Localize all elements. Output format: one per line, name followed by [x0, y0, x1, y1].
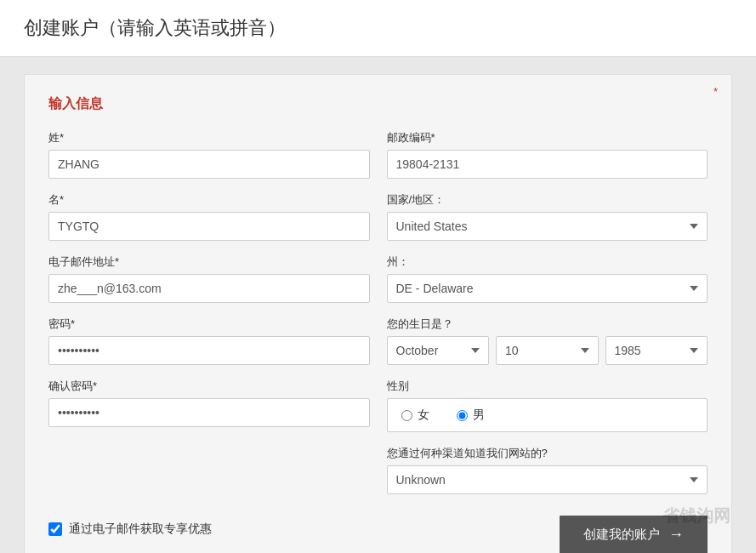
first-name-input[interactable] [48, 212, 370, 241]
referral-label: 您通过何种渠道知道我们网站的? [387, 446, 708, 461]
email-promo-checkbox[interactable] [48, 522, 62, 536]
email-input[interactable] [48, 274, 370, 303]
gender-female-radio[interactable] [401, 410, 412, 421]
referral-group-spacer [48, 446, 370, 494]
last-name-group: 姓* [48, 130, 370, 179]
email-label: 电子邮件地址* [48, 254, 370, 270]
birthday-year-select[interactable]: 1980198119821983 198419851986 [605, 336, 708, 365]
page-title: 创建账户（请输入英语或拼音） [24, 17, 286, 38]
password-input[interactable] [48, 336, 370, 365]
first-name-label: 名* [48, 192, 370, 208]
last-name-label: 姓* [48, 130, 370, 145]
birthday-month-select[interactable]: JanuaryFebruaryMarch AprilMayJune JulyAu… [387, 336, 490, 365]
submit-arrow: → [668, 526, 684, 544]
state-label: 州： [387, 254, 708, 270]
first-name-country-row: 名* 国家/地区： United States Canada China Oth… [48, 192, 708, 241]
page-header: 创建账户（请输入英语或拼音） [0, 0, 756, 57]
confirm-password-label: 确认密码* [48, 379, 370, 394]
bottom-section: 通过电子邮件获取专享优惠 创建我的账户 → [48, 508, 708, 553]
email-group: 电子邮件地址* [48, 254, 370, 303]
birthday-selects: JanuaryFebruaryMarch AprilMayJune JulyAu… [387, 336, 708, 365]
password-birthday-row: 密码* 您的生日是？ JanuaryFebruaryMarch AprilMay… [48, 316, 708, 365]
submit-button[interactable]: 创建我的账户 → [560, 516, 708, 553]
submit-label: 创建我的账户 [583, 527, 660, 543]
last-name-input[interactable] [48, 150, 370, 179]
referral-select[interactable]: Unknown Search Engine Friend Advertiseme… [387, 465, 708, 494]
form-section-title: 输入信息 [48, 95, 708, 113]
gender-male-label: 男 [473, 408, 485, 423]
postal-code-input[interactable] [387, 150, 708, 179]
gender-female-label: 女 [418, 408, 429, 423]
password-label: 密码* [48, 316, 370, 332]
gender-box: 女 男 [387, 398, 708, 432]
page-content: 输入信息 * 姓* 邮政编码* 名* 国家/地区： [0, 57, 756, 553]
checkbox-row: 通过电子邮件获取专享优惠 [48, 522, 370, 537]
bottom-right: 创建我的账户 → [387, 508, 708, 553]
referral-row: 您通过何种渠道知道我们网站的? Unknown Search Engine Fr… [48, 446, 708, 494]
gender-male-radio[interactable] [457, 410, 468, 421]
country-label: 国家/地区： [387, 192, 708, 208]
confirm-password-group: 确认密码* [48, 379, 370, 432]
gender-female-option[interactable]: 女 [401, 408, 429, 423]
state-select[interactable]: AL - Alabama AK - Alaska AZ - Arizona AR… [387, 274, 708, 303]
name-row: 姓* 邮政编码* [48, 130, 708, 179]
confirm-password-input[interactable] [48, 398, 370, 427]
postal-code-group: 邮政编码* [387, 130, 708, 179]
required-note: * [713, 85, 718, 98]
gender-male-option[interactable]: 男 [457, 408, 485, 423]
postal-code-label: 邮政编码* [387, 130, 708, 145]
birthday-day-select[interactable]: 1234 5678 9101112 [496, 336, 599, 365]
password-group: 密码* [48, 316, 370, 365]
first-name-group: 名* [48, 192, 370, 241]
form-card: 输入信息 * 姓* 邮政编码* 名* 国家/地区： [24, 74, 732, 553]
gender-group: 性别 女 男 [387, 379, 708, 432]
referral-group: 您通过何种渠道知道我们网站的? Unknown Search Engine Fr… [387, 446, 708, 494]
bottom-left: 通过电子邮件获取专享优惠 [48, 508, 370, 553]
email-state-row: 电子邮件地址* 州： AL - Alabama AK - Alaska AZ -… [48, 254, 708, 303]
birthday-label: 您的生日是？ [387, 316, 708, 332]
email-promo-label[interactable]: 通过电子邮件获取专享优惠 [69, 522, 212, 537]
country-select[interactable]: United States Canada China Other [387, 212, 708, 241]
birthday-group: 您的生日是？ JanuaryFebruaryMarch AprilMayJune… [387, 316, 708, 365]
gender-label: 性别 [387, 379, 708, 394]
state-group: 州： AL - Alabama AK - Alaska AZ - Arizona… [387, 254, 708, 303]
country-group: 国家/地区： United States Canada China Other [387, 192, 708, 241]
confirm-password-gender-row: 确认密码* 性别 女 男 [48, 379, 708, 432]
